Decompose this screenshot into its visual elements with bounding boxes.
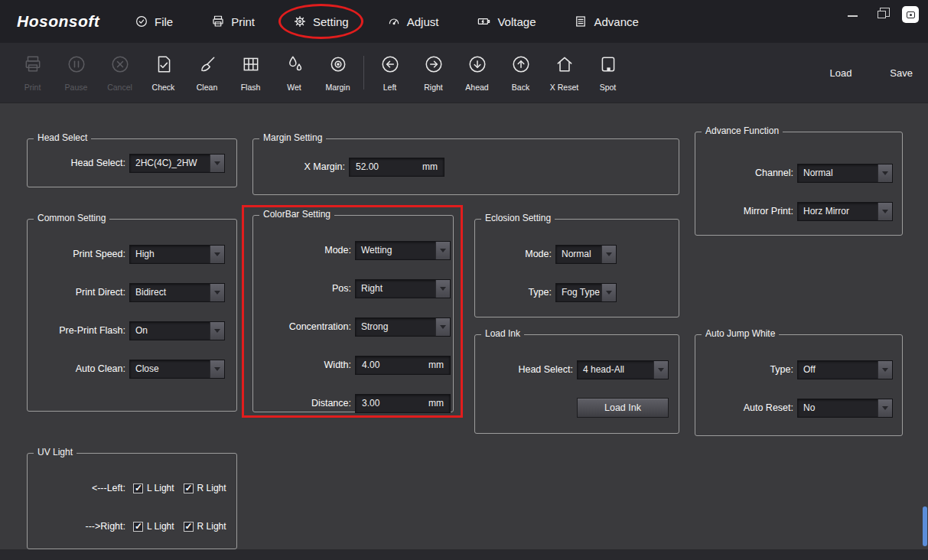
- menu-item-voltage[interactable]: Voltage: [475, 11, 537, 31]
- chevron-down-icon[interactable]: [653, 361, 668, 379]
- auto-clean-row: Auto Clean: Close: [28, 350, 236, 388]
- field-label: Auto Reset:: [695, 402, 793, 413]
- field-label: Auto Clean:: [28, 363, 125, 374]
- toolbar-clean-button[interactable]: Clean: [185, 45, 229, 100]
- auto-reset-dropdown[interactable]: No: [797, 399, 893, 418]
- chevron-down-icon[interactable]: [601, 246, 616, 263]
- save-button[interactable]: Save: [890, 67, 913, 79]
- toolbar-divider: [363, 56, 364, 90]
- x-margin-input[interactable]: 52.00 mm: [349, 158, 444, 177]
- field-label: Head Select:: [475, 364, 573, 375]
- load-button[interactable]: Load: [829, 67, 851, 79]
- colorbar-width-row: Width: 4.00 mm: [253, 346, 453, 384]
- dropdown-value: No: [798, 399, 878, 417]
- arrow-up-circle-icon: [511, 54, 531, 77]
- dropdown-value: Fog Type: [556, 284, 601, 301]
- eclosion-type-dropdown[interactable]: Fog Type: [555, 283, 617, 302]
- field-label: Mirror Print:: [695, 206, 793, 217]
- chevron-down-icon[interactable]: [878, 399, 892, 417]
- dropdown-value: Bidirect: [130, 284, 210, 301]
- colorbar-mode-dropdown[interactable]: Wetting: [355, 241, 451, 260]
- menu-item-print[interactable]: Print: [210, 11, 256, 31]
- toolbar-flash-button[interactable]: Flash: [229, 45, 272, 100]
- vertical-scrollbar-thumb[interactable]: [923, 506, 927, 546]
- eclosion-mode-dropdown[interactable]: Normal: [555, 245, 617, 264]
- title-bar: Hosonsoft File Print Setting: [0, 0, 928, 43]
- toolbar-print-button[interactable]: Print: [11, 45, 54, 100]
- toolbar-cancel-button[interactable]: Cancel: [98, 45, 142, 100]
- toolbar-x-reset-button[interactable]: X Reset: [542, 45, 586, 100]
- mirror-print-row: Mirror Print: Horz Mirror: [695, 192, 902, 230]
- dropdown-value: Close: [130, 360, 210, 378]
- colorbar-distance-input[interactable]: 3.00 mm: [355, 394, 451, 413]
- chevron-down-icon[interactable]: [878, 164, 892, 182]
- toolbar-back-button[interactable]: Back: [499, 45, 542, 100]
- main-menu: File Print Setting Adjust: [133, 11, 640, 31]
- chevron-down-icon[interactable]: [210, 360, 224, 378]
- uv-left-row: <---Left: L Light R Light: [28, 469, 236, 507]
- toolbar-pause-button[interactable]: Pause: [54, 45, 98, 100]
- jump-white-type-dropdown[interactable]: Off: [797, 360, 893, 379]
- toolbar-left-button[interactable]: Left: [368, 45, 412, 100]
- channel-dropdown[interactable]: Normal: [797, 164, 893, 183]
- chevron-down-icon[interactable]: [210, 322, 224, 340]
- unit-label: mm: [428, 398, 450, 409]
- toolbar-wet-button[interactable]: Wet: [272, 45, 316, 100]
- chevron-down-icon[interactable]: [878, 203, 892, 220]
- chevron-down-icon[interactable]: [601, 284, 616, 301]
- colorbar-mode-row: Mode: Wetting: [253, 231, 453, 269]
- load-ink-head-select-dropdown[interactable]: 4 head-All: [577, 360, 669, 379]
- colorbar-width-input[interactable]: 4.00 mm: [355, 356, 451, 375]
- chevron-down-icon[interactable]: [210, 284, 224, 301]
- menu-item-adjust[interactable]: Adjust: [386, 11, 441, 31]
- uv-right-row: --->Right: L Light R Light: [28, 507, 236, 545]
- mirror-print-dropdown[interactable]: Horz Mirror: [797, 202, 893, 221]
- colorbar-concentration-dropdown[interactable]: Strong: [355, 317, 451, 337]
- uv-right-l-light-checkbox[interactable]: L Light: [133, 521, 174, 532]
- chevron-down-icon[interactable]: [435, 318, 450, 336]
- menu-item-file[interactable]: File: [133, 11, 174, 31]
- checkbox-checked-icon: [184, 522, 194, 532]
- print-speed-dropdown[interactable]: High: [129, 245, 225, 264]
- toolbar-ahead-button[interactable]: Ahead: [455, 45, 499, 100]
- chevron-down-icon[interactable]: [435, 280, 450, 298]
- chevron-down-icon[interactable]: [878, 361, 892, 379]
- uv-right-r-light-checkbox[interactable]: R Light: [184, 521, 226, 532]
- head-select-dropdown[interactable]: 2HC(4C)_2HW: [129, 154, 225, 173]
- toolbar-check-button[interactable]: Check: [142, 45, 185, 100]
- colorbar-pos-dropdown[interactable]: Right: [355, 279, 451, 298]
- menu-item-setting[interactable]: Setting: [291, 11, 350, 31]
- toolbar-spot-button[interactable]: Spot: [586, 45, 630, 100]
- toolbar-right-button[interactable]: Right: [412, 45, 455, 100]
- menu-item-label: Advance: [594, 15, 638, 28]
- arrow-right-circle-icon: [424, 54, 444, 77]
- print-direct-dropdown[interactable]: Bidirect: [129, 283, 225, 302]
- gauge-icon: [387, 15, 401, 28]
- droplets-icon: [285, 54, 304, 77]
- load-ink-group: Load Ink Head Select: 4 head-All Load In…: [474, 334, 679, 434]
- uv-left-r-light-checkbox[interactable]: R Light: [184, 483, 226, 493]
- toolbar: Print Pause Cancel Check Clean Flash Wet: [0, 43, 928, 103]
- pre-print-flash-dropdown[interactable]: On: [129, 321, 225, 340]
- menu-item-label: Setting: [313, 15, 349, 28]
- restore-button[interactable]: [873, 6, 890, 23]
- toolbar-margin-button[interactable]: Margin: [316, 45, 360, 100]
- chevron-down-icon[interactable]: [210, 155, 224, 172]
- auto-clean-dropdown[interactable]: Close: [129, 360, 225, 379]
- minimize-button[interactable]: [844, 6, 861, 23]
- menu-item-advance[interactable]: Advance: [572, 11, 640, 31]
- capture-icon[interactable]: [902, 6, 919, 23]
- common-setting-group: Common Setting Print Speed: High Print D…: [27, 219, 237, 412]
- dropdown-value: Wetting: [356, 242, 435, 259]
- load-ink-button[interactable]: Load Ink: [577, 398, 669, 418]
- chevron-down-icon[interactable]: [210, 246, 224, 263]
- input-value: 52.00: [350, 161, 422, 172]
- dropdown-value: Normal: [798, 164, 878, 182]
- checkbox-checked-icon: [184, 483, 194, 493]
- dropdown-value: Strong: [356, 318, 435, 336]
- file-check-icon: [135, 15, 148, 28]
- chevron-down-icon[interactable]: [435, 242, 450, 259]
- uv-left-l-light-checkbox[interactable]: L Light: [133, 483, 174, 493]
- app-logo: Hosonsoft: [17, 12, 107, 31]
- eclosion-type-row: Type: Fog Type: [475, 273, 679, 311]
